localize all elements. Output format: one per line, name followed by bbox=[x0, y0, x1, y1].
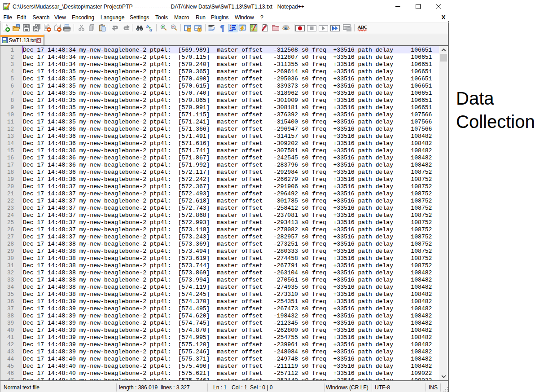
svg-text:¶: ¶ bbox=[220, 24, 224, 32]
svg-text:ABC: ABC bbox=[358, 24, 368, 30]
svg-text:b: b bbox=[146, 24, 149, 29]
svg-text:a: a bbox=[149, 26, 153, 32]
